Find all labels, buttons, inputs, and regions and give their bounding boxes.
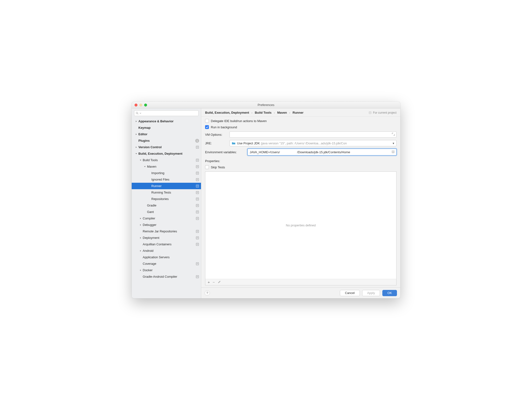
- tree-item-label: Build, Execution, Deployment: [138, 152, 199, 155]
- svg-rect-19: [197, 186, 198, 186]
- tree-item[interactable]: Debugger: [132, 222, 201, 228]
- tree-item-label: Plugins: [138, 139, 194, 142]
- vm-options-row: VM Options:: [205, 131, 397, 138]
- tree-item[interactable]: Coverage: [132, 260, 201, 267]
- tree-item-label: Ignored Files: [151, 178, 195, 181]
- tree-item-label: Remote Jar Repositories: [143, 229, 195, 233]
- tree-item[interactable]: Android: [132, 248, 201, 254]
- chevron-right-icon[interactable]: [135, 146, 137, 148]
- skip-tests-row[interactable]: Skip Tests: [205, 165, 397, 169]
- tree-item[interactable]: Build, Execution, Deployment: [132, 150, 201, 157]
- jre-dropdown[interactable]: Use Project JDK (java version "15", path…: [229, 140, 397, 146]
- project-scope-icon: [369, 111, 372, 114]
- tree-item[interactable]: Keymap: [132, 124, 201, 131]
- svg-rect-41: [196, 243, 199, 246]
- chevron-right-icon[interactable]: [139, 217, 142, 219]
- list-icon[interactable]: [392, 150, 395, 154]
- tree-item[interactable]: Application Servers: [132, 254, 201, 260]
- tree-item[interactable]: Ignored Files: [132, 176, 201, 183]
- delegate-checkbox[interactable]: [205, 119, 209, 123]
- delegate-checkbox-row[interactable]: Delegate IDE build/run actions to Maven: [205, 119, 397, 123]
- chevron-right-icon[interactable]: [139, 250, 142, 252]
- cancel-button[interactable]: Cancel: [340, 290, 360, 296]
- svg-rect-46: [197, 264, 198, 264]
- remove-button[interactable]: −: [213, 280, 215, 284]
- svg-rect-35: [196, 230, 199, 233]
- svg-rect-38: [196, 236, 199, 239]
- tree-item-label: Running Tests: [151, 191, 195, 194]
- expand-icon[interactable]: [392, 133, 395, 136]
- skip-tests-label: Skip Tests: [211, 165, 225, 169]
- tree-item[interactable]: Compiler: [132, 215, 201, 222]
- tree-item[interactable]: Appearance & Behavior: [132, 118, 201, 124]
- svg-rect-17: [196, 185, 199, 187]
- chevron-right-icon[interactable]: [139, 237, 142, 239]
- vm-options-field[interactable]: [229, 131, 397, 138]
- chevron-down-icon[interactable]: [144, 166, 146, 168]
- run-background-checkbox[interactable]: [205, 125, 209, 129]
- tree-item-label: Maven: [147, 165, 195, 168]
- update-badge: 1: [195, 139, 199, 143]
- chevron-right-icon[interactable]: [139, 269, 142, 271]
- tree-item[interactable]: Deployment: [132, 235, 201, 241]
- apply-button[interactable]: Apply: [362, 290, 380, 296]
- env-vars-field[interactable]: JAVA_HOME=/Users/ /Downloads/jdk-15.jdk/…: [247, 149, 397, 155]
- svg-rect-26: [196, 204, 199, 207]
- edit-button[interactable]: [218, 280, 221, 284]
- delegate-label: Delegate IDE build/run actions to Maven: [211, 119, 267, 123]
- tree-item[interactable]: Gradle: [132, 202, 201, 209]
- tree-item-label: Compiler: [143, 216, 195, 220]
- tree-item[interactable]: Plugins1: [132, 137, 201, 144]
- tree-item[interactable]: Docker: [132, 267, 201, 273]
- ok-button[interactable]: OK: [382, 290, 397, 296]
- search-input[interactable]: [134, 110, 199, 116]
- properties-empty-text: No properties defined: [205, 172, 396, 279]
- help-button[interactable]: ?: [205, 290, 210, 296]
- tree-item[interactable]: Runner: [132, 183, 201, 189]
- tree-item[interactable]: Importing: [132, 170, 201, 176]
- env-vars-label: Environment variables:: [205, 150, 245, 154]
- breadcrumb: Build, Execution, Deployment › Build Too…: [201, 108, 400, 117]
- tree-item-label: Application Servers: [143, 255, 199, 259]
- chevron-right-icon[interactable]: [139, 224, 142, 226]
- svg-rect-52: [369, 113, 371, 113]
- chevron-right-icon[interactable]: [135, 120, 137, 122]
- tree-item[interactable]: Maven: [132, 163, 201, 170]
- chevron-right-icon[interactable]: [135, 133, 137, 135]
- svg-rect-50: [369, 112, 371, 114]
- run-background-label: Run in background: [211, 125, 237, 129]
- tree-item[interactable]: Gant: [132, 209, 201, 215]
- breadcrumb-part[interactable]: Maven: [277, 111, 287, 114]
- svg-rect-5: [196, 159, 199, 161]
- tree-item[interactable]: Running Tests: [132, 189, 201, 196]
- svg-rect-30: [197, 211, 198, 211]
- breadcrumb-part[interactable]: Runner: [293, 111, 304, 114]
- svg-rect-12: [197, 172, 198, 173]
- tree-item-label: Gradle-Android Compiler: [143, 275, 195, 279]
- chevron-down-icon[interactable]: [139, 159, 142, 161]
- tree-item[interactable]: Arquillian Containers: [132, 241, 201, 248]
- chevron-right-icon: ›: [251, 111, 252, 114]
- breadcrumb-part[interactable]: Build, Execution, Deployment: [205, 111, 249, 114]
- chevron-down-icon[interactable]: [135, 153, 137, 155]
- tree-item[interactable]: Gradle-Android Compiler: [132, 273, 201, 280]
- tree-item[interactable]: Repositories: [132, 196, 201, 202]
- tree-item[interactable]: Version Control: [132, 144, 201, 150]
- svg-rect-37: [197, 231, 198, 232]
- chevron-right-icon: ›: [289, 111, 290, 114]
- scope-hint: For current project: [369, 111, 397, 114]
- tree-item-label: Build Tools: [143, 158, 195, 162]
- tree-item[interactable]: Build Tools: [132, 157, 201, 163]
- tree-item[interactable]: Editor: [132, 131, 201, 137]
- svg-rect-6: [197, 159, 198, 160]
- add-button[interactable]: +: [208, 280, 210, 284]
- run-background-checkbox-row[interactable]: Run in background: [205, 125, 397, 129]
- sidebar: Appearance & BehaviorKeymapEditorPlugins…: [132, 108, 201, 298]
- properties-label: Properties:: [205, 159, 397, 163]
- breadcrumb-part[interactable]: Build Tools: [255, 111, 272, 114]
- skip-tests-checkbox[interactable]: [205, 165, 209, 169]
- settings-tree[interactable]: Appearance & BehaviorKeymapEditorPlugins…: [132, 118, 201, 298]
- properties-table[interactable]: No properties defined + −: [205, 171, 397, 285]
- tree-item[interactable]: Remote Jar Repositories: [132, 228, 201, 235]
- tree-item-label: Gant: [147, 210, 195, 214]
